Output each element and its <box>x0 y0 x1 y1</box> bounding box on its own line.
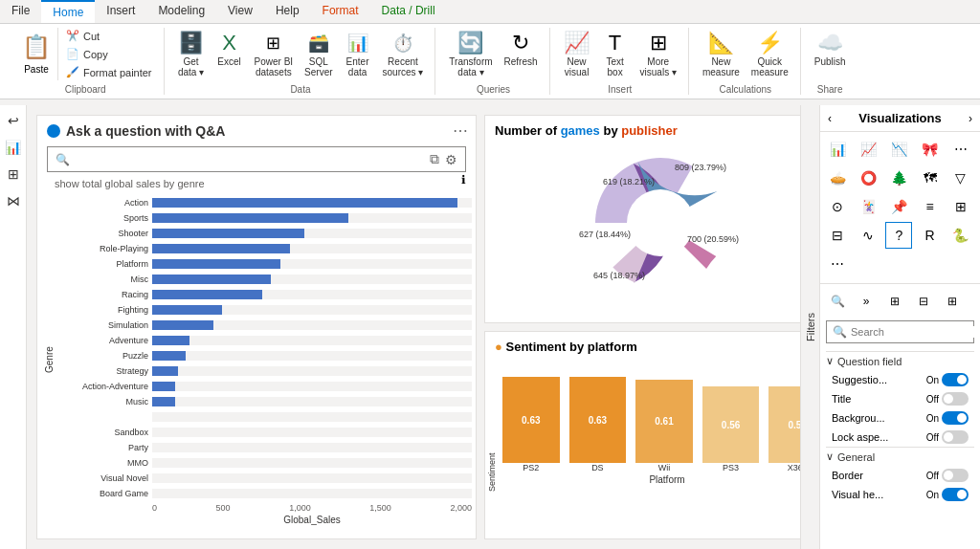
qa-suggestion[interactable]: show total global sales by genre <box>37 176 476 193</box>
bar-container <box>152 489 472 498</box>
sql-server-button[interactable]: 🗃️ SQLServer <box>301 28 336 79</box>
viz-icon-line[interactable]: 📈 <box>855 136 881 163</box>
filters-sidebar[interactable]: Filters <box>800 105 819 549</box>
excel-button[interactable]: X Excel <box>212 28 247 69</box>
viz-search-icon: 🔍 <box>833 325 847 339</box>
lock-aspect-toggle-switch[interactable] <box>942 430 969 444</box>
bar-row: Shooter <box>56 226 472 241</box>
viz-icon-bar[interactable]: 📊 <box>824 136 851 163</box>
viz-collapse-button[interactable]: ‹ <box>828 112 832 125</box>
viz-icon-more[interactable]: ⋯ <box>824 251 851 277</box>
viz-icon-qa[interactable]: ? <box>885 222 912 249</box>
tab-modeling[interactable]: Modeling <box>146 0 216 23</box>
more-visuals-button[interactable]: ⊞ Morevisuals ▾ <box>636 28 680 79</box>
copy-icon: 📄 <box>66 48 79 60</box>
new-measure-button[interactable]: 📐 Newmeasure <box>699 28 744 79</box>
text-box-button[interactable]: T Textbox <box>598 28 633 79</box>
get-data-button[interactable]: 🗄️ Getdata ▾ <box>174 28 209 79</box>
viz-expand-button[interactable]: › <box>969 112 972 125</box>
bar-row: Platform <box>56 256 472 272</box>
qa-settings-icon[interactable]: ⚙ <box>445 152 457 167</box>
viz-icon-table[interactable]: ⊞ <box>947 193 974 220</box>
viz-icon-tree[interactable]: 🌲 <box>885 165 912 191</box>
suggestion-toggle-switch[interactable] <box>942 373 969 386</box>
recent-sources-button[interactable]: ⏱️ Recentsources ▾ <box>379 28 428 79</box>
tab-help[interactable]: Help <box>264 0 311 23</box>
suggestion-toggle-wrap[interactable]: On <box>926 373 969 386</box>
refresh-button[interactable]: ↻ Refresh <box>501 28 542 69</box>
general-section[interactable]: ∨ General <box>826 447 974 466</box>
copy-button[interactable]: 📄 Copy <box>62 46 156 62</box>
undo-button[interactable]: ↩ <box>2 109 25 132</box>
bar-container <box>152 443 472 452</box>
title-toggle-wrap[interactable]: Off <box>926 392 969 406</box>
tab-view[interactable]: View <box>216 0 264 23</box>
transform-button[interactable]: 🔄 Transformdata ▾ <box>445 28 496 79</box>
border-toggle-wrap[interactable]: Off <box>926 469 969 482</box>
bar-fill <box>152 290 262 299</box>
viz-filter-icon-4[interactable]: ⊟ <box>910 288 937 315</box>
donut-area: 619 (18.21%) 809 (23.79%) 700 (20.59%) 6… <box>485 142 835 304</box>
bar-label: Platform <box>56 259 152 269</box>
cut-button[interactable]: ✂️ Cut <box>62 28 156 44</box>
viz-filter-icon-5[interactable]: ⊞ <box>939 288 966 315</box>
viz-icons-grid: 📊 📈 📉 🎀 ⋯ 🥧 ⭕ 🌲 🗺 ▽ ⊙ 🃏 📌 ≡ ⊞ ⊟ ∿ ? R 🐍 … <box>820 132 980 281</box>
tab-file[interactable]: File <box>0 0 41 23</box>
question-field-section[interactable]: ∨ Question field <box>826 351 974 370</box>
report-view-button[interactable]: 📊 <box>2 136 25 159</box>
tab-insert[interactable]: Insert <box>95 0 146 23</box>
publish-button[interactable]: ☁️ Publish <box>811 28 850 69</box>
qa-more-button[interactable]: ⋯ <box>453 121 468 140</box>
tab-home[interactable]: Home <box>41 0 95 23</box>
border-toggle-switch[interactable] <box>942 469 969 482</box>
viz-filter-icon-2[interactable]: » <box>853 288 880 315</box>
title-toggle-switch[interactable] <box>942 392 969 406</box>
viz-icon-area[interactable]: 📉 <box>885 136 912 163</box>
excel-icon: X <box>216 30 243 56</box>
data-view-button[interactable]: ⊞ <box>2 163 25 186</box>
tab-format[interactable]: Format <box>311 0 370 23</box>
background-toggle-switch[interactable] <box>942 411 969 425</box>
bar-container <box>152 458 472 468</box>
viz-search-input[interactable] <box>851 326 980 338</box>
visual-header-toggle-wrap[interactable]: On <box>926 488 969 501</box>
quick-measure-button[interactable]: ⚡ Quickmeasure <box>747 28 792 79</box>
refresh-label: Refresh <box>504 56 538 67</box>
viz-icon-waterfall[interactable]: ∿ <box>855 222 881 249</box>
viz-icon-r[interactable]: R <box>917 222 944 249</box>
viz-icon-pie[interactable]: 🥧 <box>824 165 851 191</box>
copy-label: Copy <box>83 49 108 60</box>
model-view-button[interactable]: ⋈ <box>2 189 25 212</box>
enter-data-button[interactable]: 📊 Enterdata <box>341 28 375 79</box>
viz-filter-icon-3[interactable]: ⊞ <box>881 288 908 315</box>
visual-header-toggle-switch[interactable] <box>942 488 969 501</box>
clipboard-group: 📋 Paste ✂️ Cut 📄 Copy 🖌️ <box>8 28 165 95</box>
share-group: ☁️ Publish Share <box>803 28 858 95</box>
lock-aspect-toggle-state: Off <box>926 432 939 443</box>
background-toggle-wrap[interactable]: On <box>926 411 969 425</box>
viz-icon-scatter[interactable]: ⋯ <box>947 136 974 163</box>
viz-icon-gauge[interactable]: ⊙ <box>824 193 851 220</box>
viz-icon-py[interactable]: 🐍 <box>947 222 974 249</box>
qa-copy-icon[interactable]: ⧉ <box>430 151 439 167</box>
viz-icon-kpi[interactable]: 📌 <box>885 193 912 220</box>
viz-icon-ribbon[interactable]: 🎀 <box>917 136 944 163</box>
viz-icon-card[interactable]: 🃏 <box>855 193 881 220</box>
paste-button[interactable]: 📋 Paste <box>15 28 58 80</box>
refresh-icon: ↻ <box>507 30 534 56</box>
viz-icon-slicer[interactable]: ≡ <box>917 193 944 220</box>
viz-icon-funnel[interactable]: ▽ <box>947 165 974 191</box>
new-visual-button[interactable]: 📈 Newvisual <box>560 28 594 79</box>
viz-icon-donut[interactable]: ⭕ <box>855 165 881 191</box>
tab-data-drill[interactable]: Data / Drill <box>370 0 447 23</box>
power-bi-button[interactable]: ⊞ Power BIdatasets <box>251 28 298 79</box>
lock-aspect-toggle-wrap[interactable]: Off <box>926 430 969 444</box>
qa-input[interactable]: show total global sales by genre <box>76 153 424 166</box>
viz-icon-map[interactable]: 🗺 <box>917 165 944 191</box>
viz-filter-icon-1[interactable]: 🔍 <box>824 288 851 315</box>
viz-icon-matrix[interactable]: ⊟ <box>824 222 851 249</box>
bar-label: Board Game <box>56 489 152 498</box>
format-painter-button[interactable]: 🖌️ Format painter <box>62 64 156 80</box>
bar-label: Puzzle <box>56 351 152 361</box>
sentiment-bar-wrap: 0.56 <box>702 386 760 463</box>
